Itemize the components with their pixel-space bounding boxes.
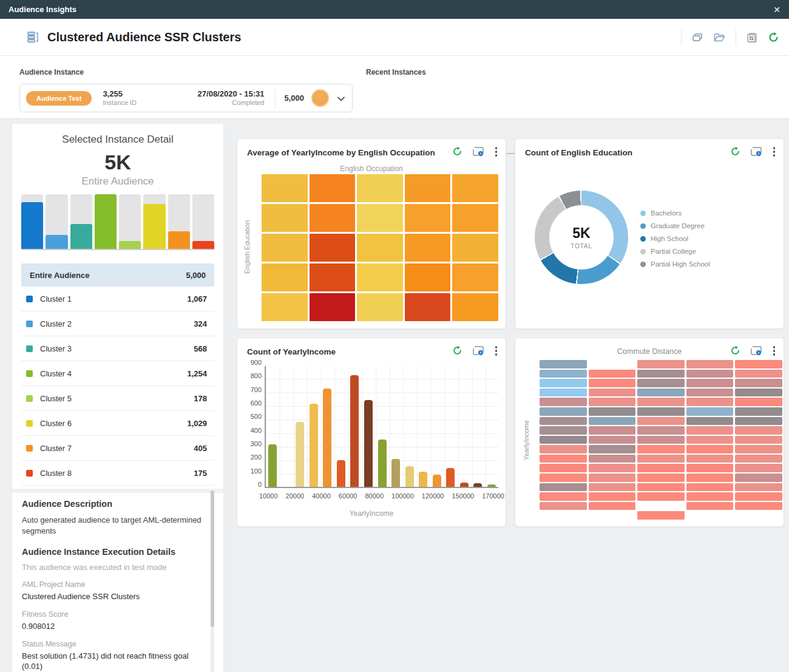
bar bbox=[337, 460, 345, 487]
entire-audience-value: 5,000 bbox=[186, 271, 206, 280]
cluster-table-header-row[interactable]: Entire Audience 5,000 bbox=[21, 263, 214, 287]
cluster-table-row[interactable]: Cluster 7405 bbox=[21, 436, 214, 461]
cluster-table-row[interactable]: Cluster 61,029 bbox=[21, 411, 214, 436]
card-count-yearlyincome: Count of YearlyIncome 010020030040050060… bbox=[237, 338, 506, 527]
commute-cell bbox=[686, 370, 734, 378]
commute-cell bbox=[735, 426, 782, 435]
commute-cell bbox=[686, 483, 734, 492]
live-data-icon[interactable] bbox=[472, 345, 484, 356]
refresh-icon[interactable] bbox=[768, 32, 779, 43]
bar-slot bbox=[444, 366, 458, 487]
instance-strip: Audience Instance Audience Test 3,255 In… bbox=[0, 56, 789, 119]
commute-cell bbox=[735, 483, 782, 492]
x-tick-label: 170000 bbox=[482, 492, 504, 500]
close-icon[interactable]: ✕ bbox=[773, 5, 781, 15]
instance-gauge-icon bbox=[311, 89, 329, 107]
page-title: Clustered Audience SSR Clusters bbox=[47, 30, 241, 44]
refresh-icon[interactable] bbox=[452, 146, 462, 157]
card-toolbar bbox=[730, 345, 777, 357]
commute-cell bbox=[637, 417, 685, 426]
cluster-table-row[interactable]: Cluster 41,254 bbox=[21, 361, 214, 386]
heatmap-cell bbox=[452, 204, 498, 232]
instance-id-value: 3,255 bbox=[103, 89, 137, 99]
panel-title: Selected Instance Detail bbox=[12, 124, 223, 146]
cluster-name: Cluster 7 bbox=[40, 444, 194, 453]
cluster-color-swatch bbox=[26, 445, 33, 452]
heatmap-cell bbox=[357, 204, 403, 232]
commute-cell bbox=[540, 492, 587, 501]
bar bbox=[296, 422, 304, 487]
heatmap-cell bbox=[310, 234, 356, 262]
mini-bar-column bbox=[46, 194, 67, 249]
live-data-icon[interactable] bbox=[750, 345, 762, 356]
report-icon[interactable] bbox=[746, 32, 758, 44]
cluster-color-swatch bbox=[26, 345, 33, 352]
kebab-menu-icon[interactable] bbox=[494, 345, 499, 357]
audience-insights-window: Audience Insights ✕ Clustered Audience S… bbox=[0, 0, 789, 672]
commute-cell bbox=[735, 398, 782, 406]
instance-status: Completed bbox=[198, 99, 265, 107]
x-tick-label: 80000 bbox=[365, 492, 384, 500]
legend-dot bbox=[640, 236, 646, 242]
cluster-name: Cluster 5 bbox=[40, 394, 194, 403]
live-data-icon[interactable] bbox=[750, 146, 762, 157]
cluster-table-row[interactable]: Cluster 2324 bbox=[21, 311, 214, 336]
panel-scrollbar[interactable] bbox=[211, 490, 214, 672]
heatmap-cell bbox=[310, 263, 356, 291]
refresh-icon[interactable] bbox=[452, 345, 462, 356]
commute-cell bbox=[735, 370, 782, 378]
cluster-count: 1,067 bbox=[187, 294, 207, 304]
bar-slot bbox=[457, 366, 471, 487]
refresh-icon[interactable] bbox=[730, 345, 740, 356]
commute-cell bbox=[637, 360, 685, 368]
bar bbox=[364, 400, 373, 487]
cluster-name: Cluster 2 bbox=[40, 319, 194, 328]
cluster-table-row[interactable]: Cluster 3568 bbox=[21, 336, 214, 361]
commute-cell bbox=[686, 445, 734, 453]
commute-cell bbox=[637, 473, 685, 482]
selected-instance-panel: Selected Instance Detail 5K Entire Audie… bbox=[12, 124, 223, 672]
kebab-menu-icon[interactable] bbox=[772, 345, 777, 357]
chevron-down-icon[interactable] bbox=[337, 93, 345, 104]
commute-cell bbox=[540, 445, 587, 453]
cluster-count: 568 bbox=[194, 344, 207, 353]
scrollbar-thumb[interactable] bbox=[211, 490, 214, 627]
cluster-table-row[interactable]: Cluster 5178 bbox=[21, 386, 214, 411]
cluster-color-swatch bbox=[26, 420, 33, 427]
commute-cell bbox=[686, 389, 734, 397]
instance-selector[interactable]: Audience Test 3,255 Instance ID 27/08/20… bbox=[19, 84, 353, 112]
commute-cell bbox=[540, 483, 587, 492]
bar bbox=[487, 484, 496, 487]
open-folder-icon[interactable] bbox=[713, 32, 726, 43]
heatmap-cell bbox=[262, 204, 308, 232]
live-data-icon[interactable] bbox=[472, 146, 484, 157]
header-toolbar bbox=[681, 19, 779, 56]
bar-slot bbox=[293, 366, 307, 487]
refresh-icon[interactable] bbox=[730, 146, 740, 157]
mini-bar-8 bbox=[192, 241, 214, 249]
commute-cell bbox=[589, 389, 636, 397]
kebab-menu-icon[interactable] bbox=[494, 146, 499, 158]
commute-cell bbox=[735, 360, 782, 368]
commute-cell bbox=[686, 398, 734, 406]
card-title: Average of YearlyIncome by English Occup… bbox=[247, 148, 435, 157]
commute-cell bbox=[589, 492, 636, 501]
commute-cell-empty bbox=[589, 511, 636, 520]
cluster-color-swatch bbox=[26, 296, 33, 302]
legend-label: Bachelors bbox=[651, 209, 682, 217]
commute-cell bbox=[637, 445, 685, 453]
heatmap-cell bbox=[357, 234, 403, 262]
commute-cell bbox=[540, 379, 587, 387]
commute-cell bbox=[686, 502, 734, 511]
heatmap-cell bbox=[452, 174, 498, 202]
kebab-menu-icon[interactable] bbox=[772, 146, 777, 158]
cluster-table-row[interactable]: Cluster 11,067 bbox=[21, 287, 214, 311]
legend-item: High School bbox=[640, 235, 710, 242]
donut-center: 5K TOTAL bbox=[535, 191, 628, 284]
commute-cell bbox=[735, 502, 782, 511]
copy-icon[interactable] bbox=[691, 32, 703, 43]
commute-cell bbox=[735, 389, 782, 397]
bar-slot bbox=[362, 366, 376, 487]
y-tick-label: 400 bbox=[251, 427, 262, 434]
cluster-table-row[interactable]: Cluster 8175 bbox=[21, 461, 214, 486]
